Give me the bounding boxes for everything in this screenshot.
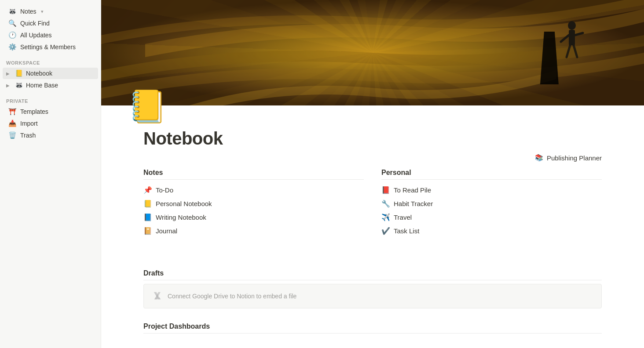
drafts-embed-text: Connect Google Drive to Notion to embed …: [168, 293, 296, 300]
templates-icon: ⛩️: [8, 108, 17, 116]
sidebar-item-quick-find[interactable]: 🔍 Quick Find: [3, 18, 98, 29]
notebook-icon: 📒: [15, 69, 23, 77]
personal-section: Personal 📕 To Read Pile 🔧 Habit Tracker …: [381, 169, 602, 238]
notebook-chevron-icon: ▶: [6, 71, 12, 76]
project-dashboards-header: Project Dashboards: [143, 323, 602, 334]
sidebar: 🦝 Notes ▾ 🔍 Quick Find 🕐 All Updates ⚙️ …: [0, 0, 101, 348]
list-item[interactable]: 📕 To Read Pile: [381, 183, 602, 197]
all-updates-icon: 🕐: [8, 31, 17, 39]
notes-icon: 🦝: [8, 7, 17, 15]
todo-icon: 📌: [143, 186, 152, 194]
notes-section: Notes 📌 To-Do 📒 Personal Notebook 📘 Writ…: [143, 169, 364, 238]
travel-icon: ✈️: [381, 213, 390, 221]
page-cover: [101, 0, 644, 105]
publishing-planner-link[interactable]: 📚 Publishing Planner: [535, 154, 602, 162]
main-content: 📒 Notebook 📚 Publishing Planner Notes 📌 …: [101, 0, 644, 348]
google-drive-embed[interactable]: Connect Google Drive to Notion to embed …: [143, 284, 602, 308]
sidebar-item-settings[interactable]: ⚙️ Settings & Members: [3, 41, 98, 53]
notes-dropdown-icon: ▾: [41, 9, 44, 14]
sidebar-item-all-updates[interactable]: 🕐 All Updates: [3, 29, 98, 41]
drafts-section: Drafts Connect Google Drive to Notion to…: [143, 269, 602, 308]
settings-icon: ⚙️: [8, 43, 17, 51]
import-icon: 📥: [8, 120, 17, 127]
personal-items-list: 📕 To Read Pile 🔧 Habit Tracker ✈️ Travel…: [381, 183, 602, 238]
list-item[interactable]: 📒 Personal Notebook: [143, 197, 364, 210]
project-dashboards-section: Project Dashboards: [143, 323, 602, 334]
quick-find-icon: 🔍: [8, 19, 17, 27]
notes-items-list: 📌 To-Do 📒 Personal Notebook 📘 Writing No…: [143, 183, 364, 238]
trash-icon: 🗑️: [8, 131, 17, 139]
home-base-icon: 🦝: [15, 81, 23, 89]
page-body: Notebook 📚 Publishing Planner Notes 📌 To…: [101, 129, 644, 348]
list-item[interactable]: ✔️ Task List: [381, 224, 602, 238]
sidebar-item-templates[interactable]: ⛩️ Templates: [3, 106, 98, 117]
publishing-planner-icon: 📚: [535, 154, 543, 162]
sidebar-item-import[interactable]: 📥 Import: [3, 118, 98, 129]
notes-section-header: Notes: [143, 169, 364, 180]
sidebar-item-notes[interactable]: 🦝 Notes ▾: [3, 6, 98, 17]
list-item[interactable]: 📔 Journal: [143, 224, 364, 238]
drafts-section-header: Drafts: [143, 269, 602, 280]
notes-personal-grid: Notes 📌 To-Do 📒 Personal Notebook 📘 Writ…: [143, 169, 602, 252]
habit-tracker-icon: 🔧: [381, 199, 390, 208]
list-item[interactable]: 🔧 Habit Tracker: [381, 197, 602, 210]
personal-notebook-icon: 📒: [143, 199, 152, 208]
list-item[interactable]: ✈️ Travel: [381, 210, 602, 224]
list-item[interactable]: 📘 Writing Notebook: [143, 210, 364, 224]
writing-notebook-icon: 📘: [143, 213, 152, 221]
task-list-icon: ✔️: [381, 227, 390, 235]
personal-section-header: Personal: [381, 169, 602, 180]
private-label: PRIVATE: [0, 93, 101, 105]
sidebar-item-trash[interactable]: 🗑️ Trash: [3, 130, 98, 141]
google-drive-icon: [153, 291, 162, 301]
home-base-chevron-icon: ▶: [6, 83, 12, 88]
list-item[interactable]: 📌 To-Do: [143, 183, 364, 197]
journal-icon: 📔: [143, 227, 152, 235]
to-read-pile-icon: 📕: [381, 186, 390, 194]
sidebar-item-home-base[interactable]: ▶ 🦝 Home Base: [3, 80, 98, 91]
page-icon: 📒: [128, 88, 163, 125]
workspace-label: WORKSPACE: [0, 55, 101, 67]
sidebar-item-notebook[interactable]: ▶ 📒 Notebook: [3, 68, 98, 79]
svg-rect-2: [569, 30, 575, 45]
page-title: Notebook: [143, 129, 602, 149]
svg-point-1: [568, 21, 576, 30]
